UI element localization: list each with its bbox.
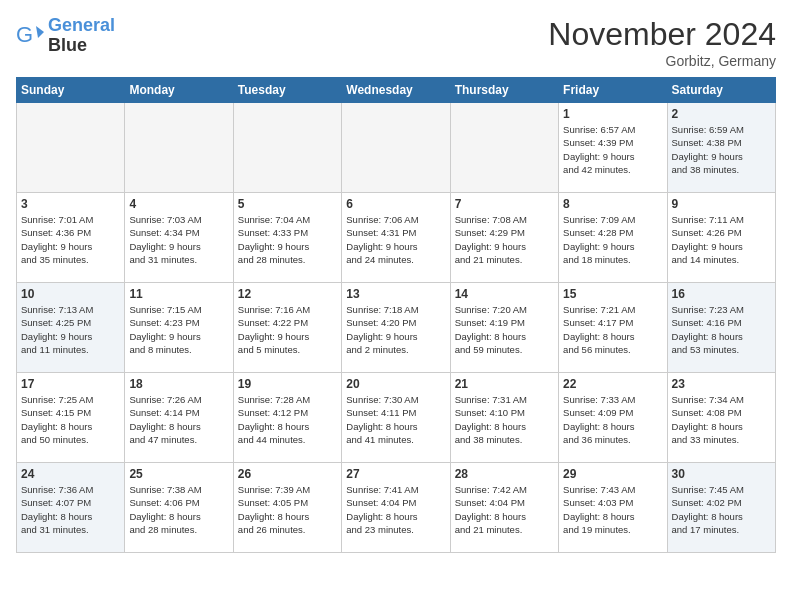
- title-block: November 2024 Gorbitz, Germany: [548, 16, 776, 69]
- calendar-cell: [450, 103, 558, 193]
- day-number: 8: [563, 197, 662, 211]
- day-number: 19: [238, 377, 337, 391]
- day-number: 17: [21, 377, 120, 391]
- day-number: 1: [563, 107, 662, 121]
- day-info: Sunrise: 7:45 AMSunset: 4:02 PMDaylight:…: [672, 483, 771, 536]
- day-info: Sunrise: 7:13 AMSunset: 4:25 PMDaylight:…: [21, 303, 120, 356]
- day-info: Sunrise: 7:31 AMSunset: 4:10 PMDaylight:…: [455, 393, 554, 446]
- day-number: 13: [346, 287, 445, 301]
- day-number: 23: [672, 377, 771, 391]
- weekday-header-wednesday: Wednesday: [342, 78, 450, 103]
- weekday-header-row: SundayMondayTuesdayWednesdayThursdayFrid…: [17, 78, 776, 103]
- day-info: Sunrise: 7:18 AMSunset: 4:20 PMDaylight:…: [346, 303, 445, 356]
- day-info: Sunrise: 7:25 AMSunset: 4:15 PMDaylight:…: [21, 393, 120, 446]
- calendar-cell: 29Sunrise: 7:43 AMSunset: 4:03 PMDayligh…: [559, 463, 667, 553]
- day-info: Sunrise: 6:59 AMSunset: 4:38 PMDaylight:…: [672, 123, 771, 176]
- calendar-cell: 27Sunrise: 7:41 AMSunset: 4:04 PMDayligh…: [342, 463, 450, 553]
- day-number: 3: [21, 197, 120, 211]
- calendar-week-5: 24Sunrise: 7:36 AMSunset: 4:07 PMDayligh…: [17, 463, 776, 553]
- calendar-cell: 13Sunrise: 7:18 AMSunset: 4:20 PMDayligh…: [342, 283, 450, 373]
- day-number: 11: [129, 287, 228, 301]
- calendar-cell: 3Sunrise: 7:01 AMSunset: 4:36 PMDaylight…: [17, 193, 125, 283]
- weekday-header-saturday: Saturday: [667, 78, 775, 103]
- calendar-cell: 5Sunrise: 7:04 AMSunset: 4:33 PMDaylight…: [233, 193, 341, 283]
- day-info: Sunrise: 7:36 AMSunset: 4:07 PMDaylight:…: [21, 483, 120, 536]
- calendar-cell: [342, 103, 450, 193]
- day-number: 10: [21, 287, 120, 301]
- day-info: Sunrise: 7:06 AMSunset: 4:31 PMDaylight:…: [346, 213, 445, 266]
- day-number: 15: [563, 287, 662, 301]
- calendar-week-2: 3Sunrise: 7:01 AMSunset: 4:36 PMDaylight…: [17, 193, 776, 283]
- day-info: Sunrise: 7:42 AMSunset: 4:04 PMDaylight:…: [455, 483, 554, 536]
- calendar-cell: 11Sunrise: 7:15 AMSunset: 4:23 PMDayligh…: [125, 283, 233, 373]
- calendar-cell: 18Sunrise: 7:26 AMSunset: 4:14 PMDayligh…: [125, 373, 233, 463]
- day-info: Sunrise: 7:16 AMSunset: 4:22 PMDaylight:…: [238, 303, 337, 356]
- calendar-header: SundayMondayTuesdayWednesdayThursdayFrid…: [17, 78, 776, 103]
- logo-line1: General: [48, 15, 115, 35]
- calendar-cell: 26Sunrise: 7:39 AMSunset: 4:05 PMDayligh…: [233, 463, 341, 553]
- day-info: Sunrise: 7:11 AMSunset: 4:26 PMDaylight:…: [672, 213, 771, 266]
- calendar-cell: 23Sunrise: 7:34 AMSunset: 4:08 PMDayligh…: [667, 373, 775, 463]
- day-number: 9: [672, 197, 771, 211]
- calendar-body: 1Sunrise: 6:57 AMSunset: 4:39 PMDaylight…: [17, 103, 776, 553]
- day-info: Sunrise: 7:39 AMSunset: 4:05 PMDaylight:…: [238, 483, 337, 536]
- day-info: Sunrise: 7:30 AMSunset: 4:11 PMDaylight:…: [346, 393, 445, 446]
- day-number: 7: [455, 197, 554, 211]
- day-info: Sunrise: 7:04 AMSunset: 4:33 PMDaylight:…: [238, 213, 337, 266]
- logo-line2: Blue: [48, 35, 87, 55]
- day-info: Sunrise: 7:03 AMSunset: 4:34 PMDaylight:…: [129, 213, 228, 266]
- weekday-header-friday: Friday: [559, 78, 667, 103]
- day-number: 30: [672, 467, 771, 481]
- day-info: Sunrise: 7:08 AMSunset: 4:29 PMDaylight:…: [455, 213, 554, 266]
- day-number: 28: [455, 467, 554, 481]
- weekday-header-tuesday: Tuesday: [233, 78, 341, 103]
- calendar-cell: 10Sunrise: 7:13 AMSunset: 4:25 PMDayligh…: [17, 283, 125, 373]
- calendar-cell: 7Sunrise: 7:08 AMSunset: 4:29 PMDaylight…: [450, 193, 558, 283]
- calendar-cell: 15Sunrise: 7:21 AMSunset: 4:17 PMDayligh…: [559, 283, 667, 373]
- day-number: 2: [672, 107, 771, 121]
- day-info: Sunrise: 6:57 AMSunset: 4:39 PMDaylight:…: [563, 123, 662, 176]
- calendar-cell: 12Sunrise: 7:16 AMSunset: 4:22 PMDayligh…: [233, 283, 341, 373]
- day-number: 16: [672, 287, 771, 301]
- logo-icon: G: [16, 22, 44, 50]
- day-info: Sunrise: 7:01 AMSunset: 4:36 PMDaylight:…: [21, 213, 120, 266]
- logo-text: General Blue: [48, 16, 115, 56]
- calendar-cell: 17Sunrise: 7:25 AMSunset: 4:15 PMDayligh…: [17, 373, 125, 463]
- day-info: Sunrise: 7:20 AMSunset: 4:19 PMDaylight:…: [455, 303, 554, 356]
- day-number: 25: [129, 467, 228, 481]
- calendar-cell: [17, 103, 125, 193]
- day-number: 21: [455, 377, 554, 391]
- day-info: Sunrise: 7:21 AMSunset: 4:17 PMDaylight:…: [563, 303, 662, 356]
- calendar-week-4: 17Sunrise: 7:25 AMSunset: 4:15 PMDayligh…: [17, 373, 776, 463]
- day-number: 26: [238, 467, 337, 481]
- day-info: Sunrise: 7:28 AMSunset: 4:12 PMDaylight:…: [238, 393, 337, 446]
- logo: G General Blue: [16, 16, 115, 56]
- day-number: 4: [129, 197, 228, 211]
- day-number: 20: [346, 377, 445, 391]
- svg-text:G: G: [16, 22, 33, 47]
- day-info: Sunrise: 7:43 AMSunset: 4:03 PMDaylight:…: [563, 483, 662, 536]
- calendar-cell: 22Sunrise: 7:33 AMSunset: 4:09 PMDayligh…: [559, 373, 667, 463]
- day-number: 12: [238, 287, 337, 301]
- calendar-cell: 28Sunrise: 7:42 AMSunset: 4:04 PMDayligh…: [450, 463, 558, 553]
- calendar-cell: 24Sunrise: 7:36 AMSunset: 4:07 PMDayligh…: [17, 463, 125, 553]
- calendar-cell: 14Sunrise: 7:20 AMSunset: 4:19 PMDayligh…: [450, 283, 558, 373]
- day-number: 6: [346, 197, 445, 211]
- calendar-cell: 21Sunrise: 7:31 AMSunset: 4:10 PMDayligh…: [450, 373, 558, 463]
- day-number: 29: [563, 467, 662, 481]
- page-header: G General Blue November 2024 Gorbitz, Ge…: [16, 16, 776, 69]
- day-info: Sunrise: 7:33 AMSunset: 4:09 PMDaylight:…: [563, 393, 662, 446]
- day-number: 27: [346, 467, 445, 481]
- day-info: Sunrise: 7:38 AMSunset: 4:06 PMDaylight:…: [129, 483, 228, 536]
- weekday-header-sunday: Sunday: [17, 78, 125, 103]
- calendar-cell: [233, 103, 341, 193]
- day-number: 14: [455, 287, 554, 301]
- calendar-cell: 8Sunrise: 7:09 AMSunset: 4:28 PMDaylight…: [559, 193, 667, 283]
- calendar-cell: 30Sunrise: 7:45 AMSunset: 4:02 PMDayligh…: [667, 463, 775, 553]
- calendar-week-1: 1Sunrise: 6:57 AMSunset: 4:39 PMDaylight…: [17, 103, 776, 193]
- calendar-cell: 19Sunrise: 7:28 AMSunset: 4:12 PMDayligh…: [233, 373, 341, 463]
- day-info: Sunrise: 7:23 AMSunset: 4:16 PMDaylight:…: [672, 303, 771, 356]
- day-number: 5: [238, 197, 337, 211]
- month-title: November 2024: [548, 16, 776, 53]
- day-info: Sunrise: 7:34 AMSunset: 4:08 PMDaylight:…: [672, 393, 771, 446]
